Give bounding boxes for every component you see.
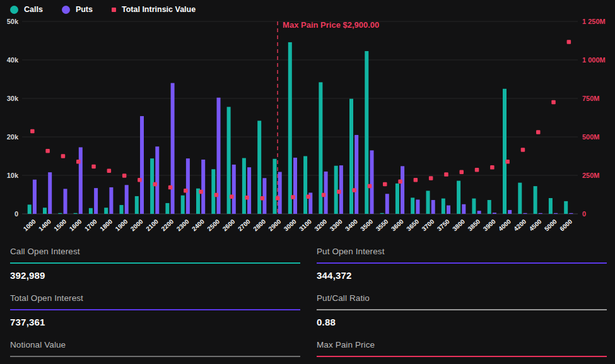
intrinsic-value-marker[interactable] xyxy=(184,189,188,193)
intrinsic-value-marker[interactable] xyxy=(276,196,280,201)
intrinsic-value-marker[interactable] xyxy=(337,190,341,194)
put-bar[interactable] xyxy=(508,210,512,214)
put-bar[interactable] xyxy=(401,166,404,214)
call-bar[interactable] xyxy=(181,196,185,214)
put-bar[interactable] xyxy=(125,185,129,214)
intrinsic-value-marker[interactable] xyxy=(107,168,112,173)
put-bar[interactable] xyxy=(33,180,37,214)
put-bar[interactable] xyxy=(186,158,190,214)
intrinsic-value-marker[interactable] xyxy=(45,149,50,153)
put-bar[interactable] xyxy=(539,213,542,214)
call-bar[interactable] xyxy=(120,205,124,214)
put-bar[interactable] xyxy=(354,135,358,214)
put-bar[interactable] xyxy=(278,172,282,214)
call-bar[interactable] xyxy=(104,208,108,214)
put-bar[interactable] xyxy=(262,178,266,214)
call-bar[interactable] xyxy=(503,89,507,214)
intrinsic-value-marker[interactable] xyxy=(460,170,464,174)
put-bar[interactable] xyxy=(370,150,374,214)
intrinsic-value-marker[interactable] xyxy=(368,184,372,189)
put-bar[interactable] xyxy=(477,211,481,214)
call-bar[interactable] xyxy=(564,201,568,214)
put-bar[interactable] xyxy=(155,146,159,214)
intrinsic-value-marker[interactable] xyxy=(322,193,326,197)
put-bar[interactable] xyxy=(48,172,52,214)
put-bar[interactable] xyxy=(339,165,343,214)
intrinsic-value-marker[interactable] xyxy=(444,172,448,177)
put-bar[interactable] xyxy=(462,204,466,214)
put-bar[interactable] xyxy=(431,200,435,214)
intrinsic-value-marker[interactable] xyxy=(245,196,249,200)
put-bar[interactable] xyxy=(247,167,251,214)
call-bar[interactable] xyxy=(395,184,399,214)
intrinsic-value-marker[interactable] xyxy=(551,100,556,105)
call-bar[interactable] xyxy=(488,200,491,214)
call-bar[interactable] xyxy=(28,204,32,214)
intrinsic-value-marker[interactable] xyxy=(567,40,571,44)
intrinsic-value-marker[interactable] xyxy=(61,154,66,158)
call-bar[interactable] xyxy=(534,186,537,214)
put-bar[interactable] xyxy=(447,206,450,214)
call-bar[interactable] xyxy=(303,156,307,214)
intrinsic-value-marker[interactable] xyxy=(475,168,479,172)
intrinsic-value-marker[interactable] xyxy=(352,188,356,192)
call-bar[interactable] xyxy=(365,51,368,214)
call-bar[interactable] xyxy=(211,169,215,214)
call-bar[interactable] xyxy=(58,213,62,214)
intrinsic-value-marker[interactable] xyxy=(536,130,541,134)
call-bar[interactable] xyxy=(457,181,460,214)
put-bar[interactable] xyxy=(493,213,496,214)
put-bar[interactable] xyxy=(171,83,175,214)
intrinsic-value-marker[interactable] xyxy=(168,185,173,190)
put-bar[interactable] xyxy=(293,158,297,214)
call-bar[interactable] xyxy=(380,213,384,214)
put-bar[interactable] xyxy=(554,213,558,214)
intrinsic-value-marker[interactable] xyxy=(230,194,234,199)
intrinsic-value-marker[interactable] xyxy=(214,193,219,197)
put-bar[interactable] xyxy=(79,147,83,214)
intrinsic-value-marker[interactable] xyxy=(261,196,265,201)
call-bar[interactable] xyxy=(426,191,430,214)
intrinsic-value-marker[interactable] xyxy=(91,165,96,169)
call-bar[interactable] xyxy=(74,213,78,214)
legend-item-puts[interactable]: Puts xyxy=(62,5,93,14)
intrinsic-value-marker[interactable] xyxy=(383,182,387,187)
put-bar[interactable] xyxy=(416,199,419,214)
call-bar[interactable] xyxy=(472,199,476,214)
put-bar[interactable] xyxy=(232,165,236,214)
call-bar[interactable] xyxy=(135,196,139,214)
legend-item-calls[interactable]: Calls xyxy=(10,5,43,14)
intrinsic-value-marker[interactable] xyxy=(307,194,311,199)
legend-item-total-intrinsic-value[interactable]: Total Intrinsic Value xyxy=(112,5,196,14)
intrinsic-value-marker[interactable] xyxy=(122,173,127,178)
put-bar[interactable] xyxy=(524,213,527,214)
call-bar[interactable] xyxy=(43,208,47,214)
call-bar[interactable] xyxy=(273,159,277,214)
put-bar[interactable] xyxy=(385,194,389,214)
call-bar[interactable] xyxy=(288,42,292,214)
intrinsic-value-marker[interactable] xyxy=(414,178,418,182)
intrinsic-value-marker[interactable] xyxy=(138,178,142,182)
put-bar[interactable] xyxy=(569,213,573,214)
call-bar[interactable] xyxy=(442,199,445,214)
intrinsic-value-marker[interactable] xyxy=(30,129,35,134)
call-bar[interactable] xyxy=(89,208,93,214)
call-bar[interactable] xyxy=(165,203,169,214)
intrinsic-value-marker[interactable] xyxy=(429,176,433,180)
intrinsic-value-marker[interactable] xyxy=(505,160,510,163)
intrinsic-value-marker[interactable] xyxy=(153,182,158,187)
put-bar[interactable] xyxy=(140,116,144,214)
put-bar[interactable] xyxy=(324,172,328,214)
intrinsic-value-marker[interactable] xyxy=(398,180,402,184)
put-bar[interactable] xyxy=(201,160,205,214)
call-bar[interactable] xyxy=(549,198,553,214)
put-bar[interactable] xyxy=(64,189,67,214)
call-bar[interactable] xyxy=(518,183,522,214)
call-bar[interactable] xyxy=(242,158,246,214)
intrinsic-value-marker[interactable] xyxy=(76,160,81,163)
intrinsic-value-marker[interactable] xyxy=(199,190,203,194)
intrinsic-value-marker[interactable] xyxy=(521,148,525,152)
call-bar[interactable] xyxy=(411,197,414,214)
intrinsic-value-marker[interactable] xyxy=(291,195,295,199)
intrinsic-value-marker[interactable] xyxy=(490,165,495,170)
